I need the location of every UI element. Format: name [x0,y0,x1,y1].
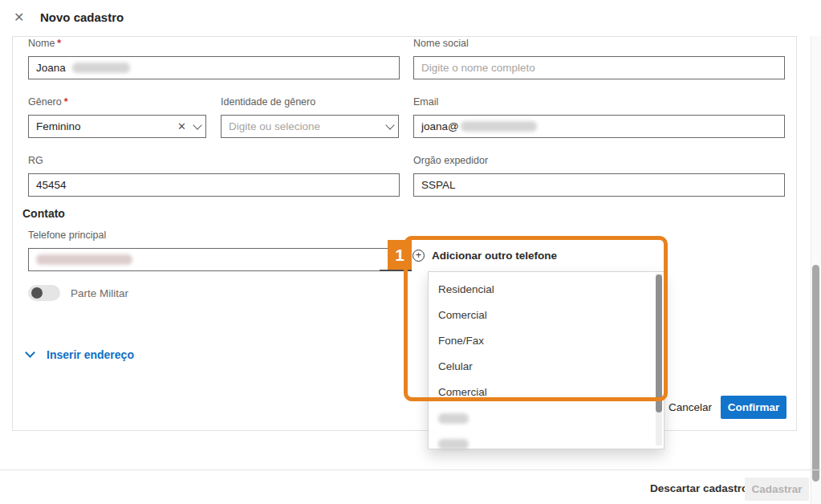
identidade-combo-icons [387,116,393,137]
clear-icon[interactable]: ✕ [177,120,186,132]
discard-registration-button[interactable]: Descartar cadastro [650,482,748,494]
orgao-expedidor-value: SSPAL [421,179,456,191]
dropdown-option-celular[interactable]: Celular [438,353,639,379]
rg-label: RG [28,155,43,166]
redacted-option [438,413,469,424]
required-marker: * [64,96,68,108]
genero-label-text: Gênero [28,96,62,108]
genero-combobox[interactable]: Feminino ✕ [28,115,206,138]
page-title: Novo cadastro [40,10,124,24]
chevron-down-icon [25,348,35,358]
contato-section-title: Contato [22,207,65,220]
required-marker: * [57,38,61,49]
page-scrollbar-thumb[interactable] [812,265,819,482]
dialog-header: ✕ Novo cadastro [0,0,821,36]
dropdown-option-redacted[interactable] [438,431,639,457]
redacted-email-domain [461,121,537,132]
dropdown-option-comercial-2[interactable]: Comercial [438,379,639,404]
telefone-principal-label: Telefone principal [28,230,106,241]
redacted-nome-surname [72,63,130,73]
nome-social-label: Nome social [413,38,469,49]
email-value: joana@ [421,120,459,132]
genero-label: Gênero* [28,96,68,108]
annotation-badge: 1 [388,240,412,270]
orgao-expedidor-label: Orgão expedidor [413,155,488,166]
form-panel [12,36,797,431]
identidade-genero-label: Identidade de gênero [221,96,315,108]
dropdown-option-redacted[interactable] [438,405,639,431]
redacted-option [438,439,469,449]
inserir-endereco-label: Inserir endereço [47,348,134,361]
annotation-leader-line [380,270,412,271]
add-phone-label: Adicionar outro telefone [432,250,557,262]
nome-input[interactable]: Joana [28,56,400,79]
dropdown-scrollbar-thumb[interactable] [656,274,662,413]
redacted-phone-number [36,254,132,265]
toggle-knob [31,287,43,299]
dropdown-option-comercial[interactable]: Comercial [438,302,639,327]
rg-input[interactable]: 45454 [28,173,400,197]
footer-divider [0,469,821,470]
identidade-genero-placeholder: Digite ou selecione [229,120,320,132]
genero-combo-icons: ✕ [177,116,201,137]
phone-type-dropdown: Residencial Comercial Fone/Fax Celular C… [428,271,665,449]
nome-social-placeholder: Digite o nome completo [421,62,535,74]
email-input[interactable]: joana@ [413,115,785,138]
nome-label: Nome* [28,38,61,49]
cancel-button[interactable]: Cancelar [669,401,712,413]
inserir-endereco-link[interactable]: Inserir endereço [26,348,134,361]
confirm-button[interactable]: Confirmar [721,396,786,419]
parte-militar-toggle[interactable] [28,285,60,301]
parte-militar-label: Parte Militar [71,287,128,299]
identidade-genero-combobox[interactable]: Digite ou selecione [221,115,399,138]
genero-value: Feminino [36,120,81,132]
telefone-principal-input[interactable] [28,248,400,271]
nome-value: Joana [36,62,66,74]
dropdown-option-residencial[interactable]: Residencial [438,276,639,302]
add-phone-button[interactable]: + Adicionar outro telefone [413,250,557,262]
add-icon: + [413,250,425,262]
chevron-down-icon[interactable] [385,120,394,129]
rg-value: 45454 [36,179,67,191]
new-registration-dialog: ✕ Novo cadastro Nome* Joana Nome social … [0,0,821,504]
chevron-down-icon[interactable] [193,120,201,129]
nome-label-text: Nome [28,38,55,49]
register-button-disabled[interactable]: Cadastrar [745,478,809,501]
nome-social-input[interactable]: Digite o nome completo [413,56,785,79]
orgao-expedidor-input[interactable]: SSPAL [413,173,785,197]
dropdown-option-fone-fax[interactable]: Fone/Fax [438,327,639,353]
close-icon[interactable]: ✕ [14,10,24,25]
email-label: Email [413,96,438,108]
